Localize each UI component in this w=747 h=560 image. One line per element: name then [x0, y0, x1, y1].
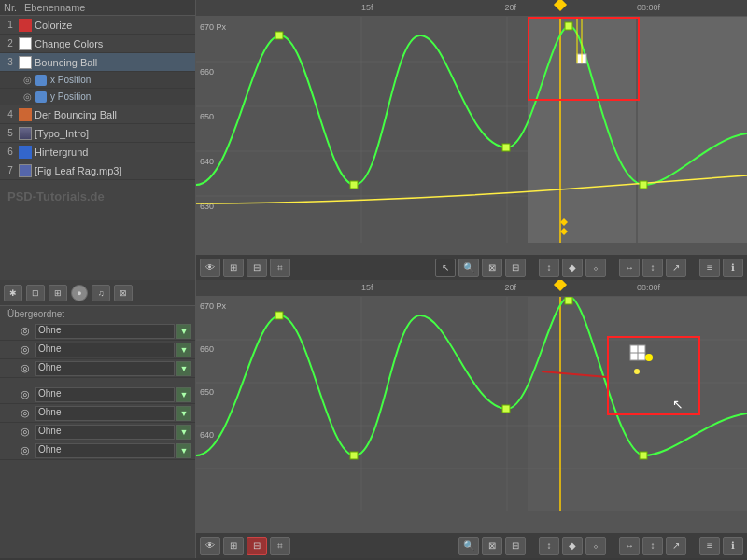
tb2-align-btn[interactable]: ◆ [562, 537, 583, 555]
layer-name: Bouncing Ball [35, 57, 193, 68]
sidebar-bottom: ✱ ⊡ ⊞ ● ♫ ⊠ Übergeordnet ◎ Ohne ▼ ◎ Ohne… [0, 280, 196, 558]
sb-icon-1[interactable]: ⊡ [26, 285, 45, 301]
ruler-mark-20f: 20f [504, 3, 516, 12]
bottom-panel: ✱ ⊡ ⊞ ● ♫ ⊠ Übergeordnet ◎ Ohne ▼ ◎ Ohne… [0, 280, 747, 558]
tb2-v-btn[interactable]: ↕ [642, 537, 663, 555]
tb2-zoom-btn[interactable]: 🔍 [458, 537, 479, 555]
layer-row-typo-intro[interactable]: 5 [Typo_Intro] [0, 124, 195, 143]
layer-row-bouncing-ball[interactable]: 3 Bouncing Ball [0, 53, 195, 72]
sub-name-x: x Position [50, 75, 91, 85]
playhead-bottom-diamond [554, 280, 567, 291]
svg-text:670 Px: 670 Px [200, 22, 227, 32]
graph-top: 15f 20f 08:00f 670 Px 660 [196, 0, 747, 280]
dropdown-arrow-3[interactable]: ▼ [176, 361, 191, 376]
graph-svg-top: 670 Px 660 650 640 630 [196, 17, 747, 243]
tb2-pan-btn[interactable]: ⊠ [482, 537, 502, 555]
dropdown-1[interactable]: Ohne [35, 324, 175, 339]
tb-bezier-btn[interactable]: ⊟ [505, 259, 526, 277]
ruler-top: 15f 20f 08:00f [196, 0, 747, 17]
dropdown-3[interactable]: Ohne [35, 361, 175, 376]
dropdown-row-1: ◎ Ohne ▼ [0, 322, 195, 341]
tb-magnet-btn[interactable]: ⌗ [270, 259, 290, 277]
tb-cursor-btn[interactable]: ↖ [435, 259, 456, 277]
tb-hv-btn[interactable]: ↗ [666, 259, 686, 277]
tb-lock-btn[interactable]: ⊟ [247, 259, 267, 277]
sb-icon-4[interactable]: ♫ [92, 285, 110, 301]
eye-icon-5: ◎ [19, 407, 32, 420]
tb-extra-btn[interactable]: ≡ [699, 259, 720, 277]
tb-grid-btn[interactable]: ⊞ [223, 259, 244, 277]
dropdown-5[interactable]: Ohne [35, 406, 175, 421]
dropdown-arrow-5[interactable]: ▼ [176, 406, 191, 421]
svg-rect-43 [565, 297, 572, 304]
eye-icon-4: ◎ [19, 388, 32, 401]
tb2-stagger-btn[interactable]: ⬦ [585, 537, 606, 555]
dropdown-arrow-6[interactable]: ▼ [176, 425, 191, 440]
dropdown-7[interactable]: Ohne [35, 443, 175, 458]
layer-row[interactable]: 1 Colorize [0, 16, 195, 35]
sub-row-x-position[interactable]: ◎ x Position [0, 72, 195, 89]
dropdown-4[interactable]: Ohne [35, 387, 175, 402]
sb-icon-0[interactable]: ✱ [4, 285, 22, 301]
playhead-top-diamond [554, 0, 567, 11]
tb-info-btn[interactable]: ℹ [723, 259, 743, 277]
tb2-h-btn[interactable]: ↔ [619, 537, 640, 555]
sub-icon-x [35, 75, 47, 86]
layer-num: 6 [2, 147, 19, 157]
dropdown-row-3: ◎ Ohne ▼ [0, 359, 195, 378]
layer-num: 4 [2, 109, 19, 119]
svg-rect-44 [640, 452, 647, 459]
eye-icon-2: ◎ [19, 343, 32, 357]
layer-icon-music [19, 164, 32, 177]
sb-icon-2[interactable]: ⊞ [49, 285, 67, 301]
tb-zoom-btn[interactable]: 🔍 [458, 259, 479, 277]
tb2-ease-btn[interactable]: ↕ [539, 537, 559, 555]
svg-rect-16 [350, 181, 358, 189]
tb2-grid-btn[interactable]: ⊞ [223, 537, 244, 555]
dropdown-arrow-4[interactable]: ▼ [176, 387, 191, 402]
eye-icon-7: ◎ [19, 444, 32, 457]
sb-icon-3[interactable]: ● [71, 285, 88, 301]
layer-name: [Typo_Intro] [35, 128, 193, 139]
sub-row-y-position[interactable]: ◎ y Position [0, 89, 195, 105]
svg-rect-42 [502, 405, 510, 413]
sub-icon-y [35, 91, 47, 103]
tb2-magnet-btn[interactable]: ⌗ [270, 537, 290, 555]
layer-row-fig-leaf[interactable]: 7 [Fig Leaf Rag.mp3] [0, 161, 195, 180]
layer-row-hintergrund[interactable]: 6 Hintergrund [0, 143, 195, 161]
tb-stagger-btn[interactable]: ⬦ [585, 259, 606, 277]
red-selection-box-top [528, 17, 640, 101]
tb-ease-btn[interactable]: ↕ [539, 259, 559, 277]
tb-align-btn[interactable]: ◆ [562, 259, 583, 277]
dropdown-2[interactable]: Ohne [35, 343, 175, 357]
svg-text:640: 640 [200, 430, 214, 440]
ruler-mark-8f: 08:00f [637, 3, 660, 12]
dropdown-arrow-7[interactable]: ▼ [176, 443, 191, 458]
svg-text:650: 650 [200, 387, 214, 397]
dropdown-6[interactable]: Ohne [35, 425, 175, 440]
tb2-bezier-btn[interactable]: ⊟ [505, 537, 526, 555]
ruler-bottom: 15f 20f 08:00f [196, 280, 747, 297]
tb2-eye-btn[interactable]: 👁 [200, 537, 220, 555]
tb2-info-btn[interactable]: ℹ [723, 537, 743, 555]
layer-num: 2 [2, 38, 19, 49]
dropdown-arrow-2[interactable]: ▼ [176, 343, 191, 357]
tb2-lock-btn[interactable]: ⊟ [247, 537, 267, 555]
layer-name: Der Bouncing Ball [35, 109, 193, 120]
layer-row-der-bouncing-ball[interactable]: 4 Der Bouncing Ball [0, 105, 195, 124]
ruler-mark-15f: 15f [361, 3, 374, 12]
tb-pan-btn[interactable]: ⊠ [482, 259, 502, 277]
tb2-extra-btn[interactable]: ≡ [699, 537, 720, 555]
sb-icon-5[interactable]: ⊠ [114, 285, 133, 301]
layer-name: Hintergrund [35, 147, 193, 158]
layer-row[interactable]: 2 Change Colors [0, 35, 195, 53]
tb-v-btn[interactable]: ↕ [642, 259, 663, 277]
svg-text:670 Px: 670 Px [200, 301, 227, 311]
tb-eye-btn[interactable]: 👁 [200, 259, 220, 277]
sidebar-top: Nr. Ebenenname 1 Colorize 2 Change Color… [0, 0, 196, 280]
layer-icon-typo-intro [19, 127, 32, 140]
tb2-hv-btn[interactable]: ↗ [666, 537, 686, 555]
svg-text:640: 640 [200, 157, 214, 166]
tb-h-btn[interactable]: ↔ [619, 259, 640, 277]
dropdown-arrow-1[interactable]: ▼ [176, 324, 191, 339]
